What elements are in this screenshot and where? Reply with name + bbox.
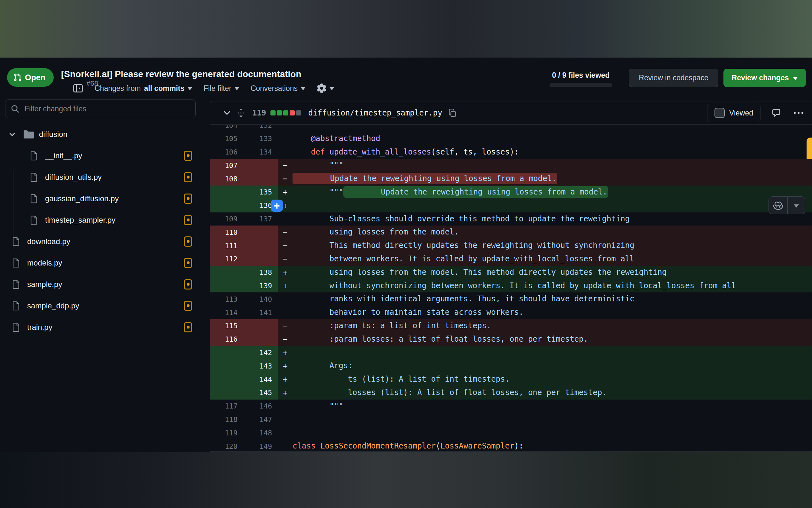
chevron-down-icon[interactable] — [8, 130, 19, 138]
old-line-number[interactable]: 107 — [210, 159, 244, 172]
comment-icon[interactable] — [771, 108, 781, 118]
tree-file-download.py[interactable]: download.py — [5, 230, 206, 252]
new-line-number[interactable]: 141 — [244, 306, 278, 319]
modified-file-icon — [184, 322, 192, 332]
new-line-number[interactable]: 142 — [244, 346, 278, 359]
tree-folder-diffusion[interactable]: diffusion — [5, 124, 206, 145]
old-line-number[interactable]: 112 — [210, 252, 244, 266]
new-line-number[interactable]: 145 — [244, 386, 278, 399]
old-line-number[interactable]: 110 — [210, 225, 244, 239]
modified-file-icon — [184, 301, 192, 311]
diff-row: 107− """ — [210, 159, 812, 172]
code-line: :param losses: a list of float losses, o… — [292, 333, 812, 346]
tree-file-diffusion_utils.py[interactable]: diffusion_utils.py — [5, 166, 206, 188]
collapse-sidebar-button[interactable] — [73, 83, 83, 93]
old-line-number[interactable]: 119 — [210, 426, 244, 439]
new-line-number[interactable]: 149 — [244, 439, 278, 452]
old-line-number[interactable]: 111 — [210, 239, 244, 252]
file-filter-dropdown[interactable]: File filter — [204, 84, 239, 93]
new-line-number[interactable] — [244, 225, 278, 239]
old-line-number[interactable]: 106 — [210, 145, 244, 159]
kebab-menu[interactable] — [792, 110, 805, 116]
old-line-number[interactable]: 109 — [210, 212, 244, 226]
diff-row: 145+ losses (list): A list of float loss… — [210, 386, 812, 399]
viewed-toggle[interactable]: Viewed — [707, 103, 761, 122]
old-line-number[interactable]: 113 — [210, 292, 244, 306]
add-comment-button[interactable]: + — [271, 200, 283, 212]
old-line-number[interactable]: 105 — [210, 132, 244, 145]
diff-row: 117146 """ — [210, 399, 812, 413]
diff-row: 108− Update the reweighting using losses… — [210, 172, 812, 185]
tree-file-gaussian_diffusion.py[interactable]: gaussian_diffusion.py — [5, 188, 206, 209]
diff-sign: + — [278, 281, 292, 290]
old-line-number[interactable] — [210, 346, 244, 359]
new-line-number[interactable]: 135 — [244, 185, 278, 199]
tree-file-__init__.py[interactable]: __init__.py — [5, 145, 206, 166]
copilot-dropdown[interactable] — [788, 197, 805, 214]
diff-row: 118147 — [210, 413, 812, 426]
tree-file-sample.py[interactable]: sample.py — [5, 273, 206, 295]
new-line-number[interactable]: 148 — [244, 426, 278, 439]
tree-file-train.py[interactable]: train.py — [5, 316, 206, 338]
diff-settings-dropdown[interactable] — [317, 84, 334, 93]
copilot-button[interactable] — [769, 197, 788, 214]
new-line-number[interactable] — [244, 319, 278, 333]
tree-file-sample_ddp.py[interactable]: sample_ddp.py — [5, 295, 206, 316]
gear-icon — [317, 84, 326, 93]
old-line-number[interactable] — [210, 185, 244, 199]
diff-sign: − — [278, 255, 292, 264]
old-line-number[interactable]: 117 — [210, 399, 244, 413]
new-line-number[interactable] — [244, 159, 278, 172]
diff-row: 116− :param losses: a list of float loss… — [210, 333, 812, 346]
new-line-number[interactable] — [244, 239, 278, 252]
new-line-number[interactable]: 134 — [244, 145, 278, 159]
old-line-number[interactable] — [210, 199, 244, 212]
review-changes-button[interactable]: Review changes — [723, 69, 806, 87]
tree-item-label: diffusion — [39, 130, 67, 139]
new-line-number[interactable]: 133 — [244, 132, 278, 145]
old-line-number[interactable]: 114 — [210, 306, 244, 319]
new-line-number[interactable]: 138 — [244, 266, 278, 279]
diff-row: 113140 ranks with identical arguments. T… — [210, 292, 812, 306]
diff-row: 112− between workers. It is called by up… — [210, 252, 812, 266]
old-line-number[interactable] — [210, 386, 244, 399]
copy-path-icon[interactable] — [448, 109, 457, 117]
drag-handle-icon[interactable] — [237, 108, 245, 118]
diff-sign: − — [278, 228, 292, 237]
new-line-number[interactable]: 143 — [244, 359, 278, 373]
conversations-dropdown[interactable]: Conversations — [251, 84, 305, 93]
tree-item-label: __init__.py — [45, 151, 82, 160]
old-line-number[interactable]: 115 — [210, 319, 244, 333]
collapse-file-chevron-icon[interactable] — [223, 109, 231, 117]
new-line-number[interactable]: 147 — [244, 413, 278, 426]
filter-changed-files-input[interactable] — [24, 104, 190, 114]
file-icon — [11, 279, 20, 290]
new-line-number[interactable]: 140 — [244, 292, 278, 306]
diffstat-square-added — [277, 110, 282, 116]
new-line-number[interactable] — [244, 172, 278, 185]
old-line-number[interactable] — [210, 279, 244, 293]
changes-from-dropdown[interactable]: Changes from all commits — [95, 84, 192, 93]
old-line-number[interactable]: 120 — [210, 439, 244, 452]
old-line-number[interactable] — [210, 373, 244, 386]
old-line-number[interactable] — [210, 266, 244, 279]
new-line-number[interactable] — [244, 252, 278, 266]
viewed-checkbox[interactable] — [715, 108, 725, 118]
tree-file-models.py[interactable]: models.py — [5, 252, 206, 273]
old-line-number[interactable] — [210, 359, 244, 373]
new-line-number[interactable]: 139 — [244, 279, 278, 293]
review-in-codespace-button[interactable]: Review in codespace — [629, 69, 718, 87]
old-line-number[interactable]: 108 — [210, 172, 244, 185]
old-line-number[interactable]: 118 — [210, 413, 244, 426]
code-line: using losses from the model. — [292, 225, 812, 239]
new-line-number[interactable] — [244, 333, 278, 346]
files-viewed-counter: 0 / 9 files viewed — [546, 71, 616, 80]
new-line-number[interactable]: 146 — [244, 399, 278, 413]
new-line-number[interactable]: 137 — [244, 212, 278, 226]
old-line-number[interactable]: 116 — [210, 333, 244, 346]
code-line: between workers. It is called by update_… — [292, 252, 812, 266]
tree-file-timestep_sampler.py[interactable]: timestep_sampler.py — [5, 209, 206, 230]
modified-file-icon — [184, 279, 192, 290]
diff-sign: − — [278, 174, 292, 183]
new-line-number[interactable]: 144 — [244, 373, 278, 386]
